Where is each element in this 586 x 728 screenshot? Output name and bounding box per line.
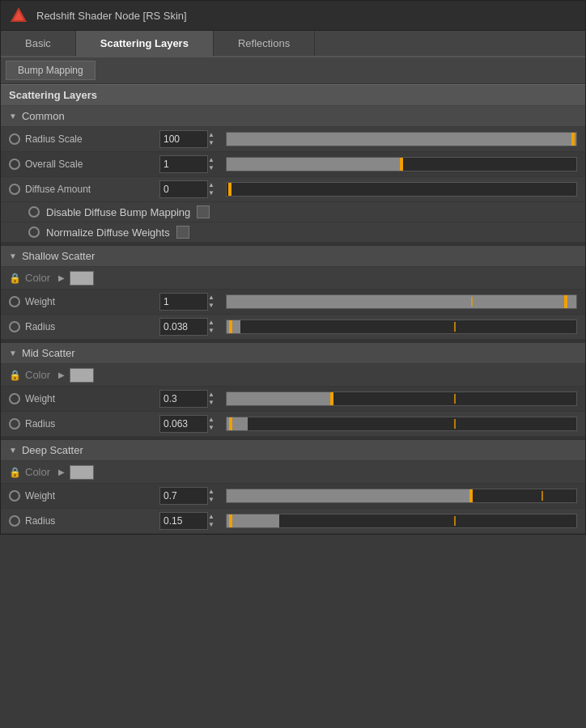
deep-color-swatch[interactable] bbox=[70, 465, 94, 480]
normalize-radio[interactable] bbox=[28, 226, 40, 238]
collapse-icon: ▼ bbox=[9, 252, 17, 260]
spin-down-icon[interactable]: ▼ bbox=[208, 164, 221, 172]
tab-reflections[interactable]: Reflections bbox=[214, 31, 315, 56]
mid-color-swatch[interactable] bbox=[70, 368, 94, 383]
deep-color-arrow[interactable]: ▶ bbox=[58, 468, 65, 476]
deep-weight-input-group: ▲ ▼ bbox=[159, 487, 221, 505]
spin-down-icon[interactable]: ▼ bbox=[208, 139, 221, 147]
deep-lock-icon[interactable]: 🔒 bbox=[9, 467, 20, 478]
mid-lock-icon[interactable]: 🔒 bbox=[9, 370, 20, 381]
radius-scale-spinner[interactable]: ▲ ▼ bbox=[208, 131, 221, 147]
shallow-scatter-group-header[interactable]: ▼ Shallow Scatter bbox=[1, 246, 585, 267]
mid-radius-slider[interactable] bbox=[226, 417, 577, 431]
diffuse-amount-row: Diffuse Amount ▲ ▼ bbox=[1, 177, 585, 202]
mid-weight-spinner[interactable]: ▲ ▼ bbox=[208, 391, 221, 407]
deep-weight-radio[interactable] bbox=[9, 490, 20, 502]
spin-down-icon[interactable]: ▼ bbox=[208, 302, 221, 310]
disable-bump-row: Disable Diffuse Bump Mapping bbox=[1, 202, 585, 222]
shallow-weight-input[interactable] bbox=[159, 293, 208, 311]
deep-radius-input[interactable] bbox=[159, 512, 208, 530]
diffuse-amount-input[interactable] bbox=[159, 180, 208, 198]
spin-down-icon[interactable]: ▼ bbox=[208, 496, 221, 504]
deep-weight-spinner[interactable]: ▲ ▼ bbox=[208, 488, 221, 504]
main-window: Redshift Shader Node [RS Skin] Basic Sca… bbox=[0, 0, 586, 535]
shallow-color-swatch[interactable] bbox=[70, 271, 94, 286]
mid-color-arrow[interactable]: ▶ bbox=[58, 370, 65, 379]
diffuse-amount-label: Diffuse Amount bbox=[25, 184, 155, 195]
radius-scale-slider[interactable] bbox=[226, 132, 577, 146]
mid-radius-row: Radius ▲ ▼ bbox=[1, 412, 585, 437]
tab-basic[interactable]: Basic bbox=[1, 31, 76, 56]
deep-radius-input-group: ▲ ▼ bbox=[159, 512, 221, 530]
shallow-weight-radio[interactable] bbox=[9, 296, 20, 307]
diffuse-amount-radio[interactable] bbox=[9, 184, 20, 195]
spin-down-icon[interactable]: ▼ bbox=[208, 327, 221, 335]
shallow-radius-row: Radius ▲ ▼ bbox=[1, 315, 585, 340]
spin-down-icon[interactable]: ▼ bbox=[208, 521, 221, 529]
mid-scatter-group-header[interactable]: ▼ Mid Scatter bbox=[1, 343, 585, 364]
collapse-icon: ▼ bbox=[9, 349, 17, 358]
radius-scale-label: Radius Scale bbox=[25, 133, 155, 145]
normalize-checkbox[interactable] bbox=[176, 226, 189, 239]
spin-up-icon[interactable]: ▲ bbox=[208, 416, 221, 424]
spin-up-icon[interactable]: ▲ bbox=[208, 131, 221, 139]
common-group-header[interactable]: ▼ Common bbox=[1, 106, 585, 127]
overall-scale-slider[interactable] bbox=[226, 157, 577, 171]
spin-up-icon[interactable]: ▲ bbox=[208, 391, 221, 399]
spin-down-icon[interactable]: ▼ bbox=[208, 424, 221, 432]
spin-up-icon[interactable]: ▲ bbox=[208, 513, 221, 521]
shallow-scatter-label: Shallow Scatter bbox=[22, 250, 95, 262]
sub-tab-bump-mapping[interactable]: Bump Mapping bbox=[6, 61, 96, 80]
deep-radius-spinner[interactable]: ▲ ▼ bbox=[208, 513, 221, 529]
shallow-radius-input[interactable] bbox=[159, 318, 208, 336]
mid-radius-spinner[interactable]: ▲ ▼ bbox=[208, 416, 221, 432]
shallow-weight-row: Weight ▲ ▼ bbox=[1, 290, 585, 315]
window-title: Redshift Shader Node [RS Skin] bbox=[36, 10, 187, 22]
overall-scale-input-group: ▲ ▼ bbox=[159, 155, 221, 173]
spin-up-icon[interactable]: ▲ bbox=[208, 181, 221, 189]
normalize-label: Normalize Diffuse Weights bbox=[46, 226, 170, 239]
shallow-color-arrow[interactable]: ▶ bbox=[58, 273, 65, 282]
spin-up-icon[interactable]: ▲ bbox=[208, 156, 221, 164]
spin-down-icon[interactable]: ▼ bbox=[208, 399, 221, 407]
shallow-radius-slider[interactable] bbox=[226, 320, 577, 334]
deep-weight-input[interactable] bbox=[159, 487, 208, 505]
overall-scale-input[interactable] bbox=[159, 155, 208, 173]
mid-weight-slider[interactable] bbox=[226, 392, 577, 406]
radius-scale-radio[interactable] bbox=[9, 133, 20, 145]
diffuse-amount-spinner[interactable]: ▲ ▼ bbox=[208, 181, 221, 197]
shallow-radius-radio[interactable] bbox=[9, 321, 20, 332]
diffuse-amount-input-group: ▲ ▼ bbox=[159, 180, 221, 198]
spin-up-icon[interactable]: ▲ bbox=[208, 319, 221, 327]
mid-weight-label: Weight bbox=[25, 393, 155, 404]
disable-bump-radio[interactable] bbox=[28, 206, 40, 218]
deep-scatter-group-header[interactable]: ▼ Deep Scatter bbox=[1, 440, 585, 461]
mid-color-label: Color bbox=[25, 369, 50, 381]
collapse-icon: ▼ bbox=[9, 446, 17, 455]
overall-scale-spinner[interactable]: ▲ ▼ bbox=[208, 156, 221, 172]
normalize-row: Normalize Diffuse Weights bbox=[1, 222, 585, 243]
shallow-weight-input-group: ▲ ▼ bbox=[159, 293, 221, 311]
radius-scale-row: Radius Scale ▲ ▼ bbox=[1, 127, 585, 152]
spin-up-icon[interactable]: ▲ bbox=[208, 294, 221, 302]
shallow-lock-icon[interactable]: 🔒 bbox=[9, 273, 20, 284]
spin-up-icon[interactable]: ▲ bbox=[208, 488, 221, 496]
overall-scale-radio[interactable] bbox=[9, 159, 20, 170]
tab-scattering-layers[interactable]: Scattering Layers bbox=[76, 31, 214, 56]
deep-color-row: 🔒 Color ▶ bbox=[1, 461, 585, 484]
spin-down-icon[interactable]: ▼ bbox=[208, 189, 221, 197]
shallow-weight-spinner[interactable]: ▲ ▼ bbox=[208, 294, 221, 310]
shallow-radius-spinner[interactable]: ▲ ▼ bbox=[208, 319, 221, 335]
radius-scale-input[interactable] bbox=[159, 130, 208, 148]
deep-weight-slider[interactable] bbox=[226, 489, 577, 503]
title-bar: Redshift Shader Node [RS Skin] bbox=[1, 1, 585, 31]
shallow-weight-slider[interactable] bbox=[226, 294, 577, 309]
mid-radius-input[interactable] bbox=[159, 415, 208, 433]
diffuse-amount-slider[interactable] bbox=[226, 182, 577, 197]
disable-bump-checkbox[interactable] bbox=[197, 205, 210, 218]
mid-weight-input[interactable] bbox=[159, 390, 208, 408]
deep-radius-slider[interactable] bbox=[226, 514, 577, 528]
mid-radius-radio[interactable] bbox=[9, 418, 20, 430]
deep-radius-radio[interactable] bbox=[9, 515, 20, 527]
mid-weight-radio[interactable] bbox=[9, 393, 20, 404]
